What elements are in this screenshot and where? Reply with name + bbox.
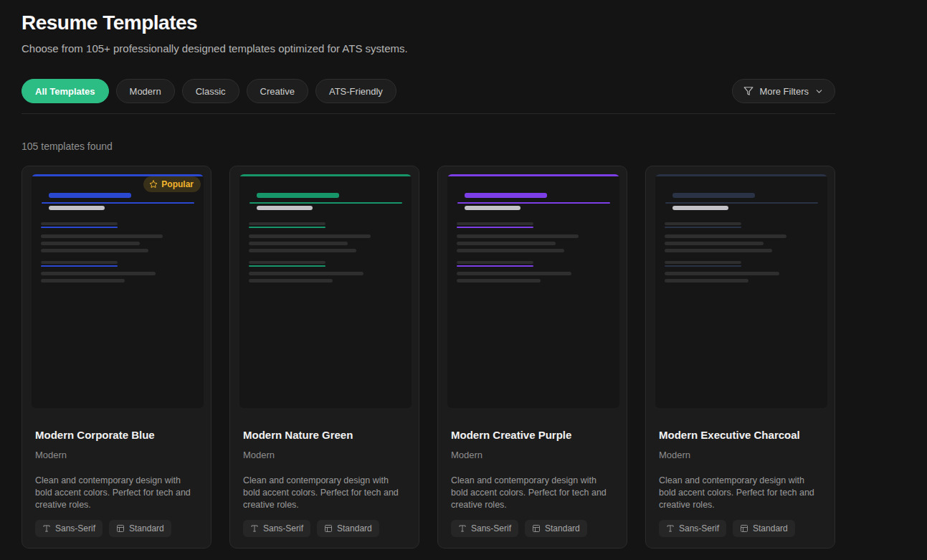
template-preview xyxy=(438,166,627,411)
placeholder-section-title xyxy=(665,261,741,264)
layout-tag-label: Standard xyxy=(753,523,788,533)
filter-funnel-icon xyxy=(743,86,754,96)
placeholder-section-title xyxy=(665,222,741,225)
template-category: Modern xyxy=(35,450,198,461)
placeholder-name-bar xyxy=(672,193,755,198)
resume-preview-sheet xyxy=(239,174,412,408)
placeholder-line xyxy=(457,279,541,283)
placeholder-line xyxy=(665,242,764,245)
chevron-down-icon xyxy=(814,87,824,96)
placeholder-section-rule xyxy=(457,227,533,228)
template-card-modern-creative-purple[interactable]: Modern Creative Purple Modern Clean and … xyxy=(437,166,627,549)
template-tags: Sans-Serif Standard xyxy=(451,520,614,537)
layout-tag-label: Standard xyxy=(129,523,164,533)
font-tag: Sans-Serif xyxy=(451,520,518,537)
layout-icon xyxy=(740,524,748,533)
page-title: Resume Templates xyxy=(22,0,835,34)
placeholder-line xyxy=(41,234,163,238)
filter-pill-all-templates[interactable]: All Templates xyxy=(22,79,109,103)
placeholder-section-rule xyxy=(41,227,118,228)
placeholder-section-title xyxy=(249,222,325,225)
template-card-modern-nature-green[interactable]: Modern Nature Green Modern Clean and con… xyxy=(229,166,419,549)
placeholder-section-rule xyxy=(457,265,533,267)
template-title: Modern Executive Charcoal xyxy=(659,428,822,442)
template-info: Modern Executive Charcoal Modern Clean a… xyxy=(646,411,835,549)
filter-bar: All Templates Modern Classic Creative AT… xyxy=(22,79,835,103)
font-tag-label: Sans-Serif xyxy=(55,523,95,533)
template-description: Clean and contemporary design with bold … xyxy=(35,475,196,511)
filter-pill-ats-friendly[interactable]: ATS-Friendly xyxy=(315,79,396,103)
placeholder-line xyxy=(249,272,363,275)
layout-tag-label: Standard xyxy=(545,523,580,533)
resume-preview-sheet xyxy=(32,174,204,408)
more-filters-button[interactable]: More Filters xyxy=(732,79,835,103)
template-info: Modern Creative Purple Modern Clean and … xyxy=(438,411,627,549)
template-card-modern-executive-charcoal[interactable]: Modern Executive Charcoal Modern Clean a… xyxy=(645,166,835,549)
template-category: Modern xyxy=(451,450,614,461)
layout-tag-label: Standard xyxy=(337,523,372,533)
type-icon xyxy=(666,524,675,533)
font-tag-label: Sans-Serif xyxy=(263,523,303,533)
layout-icon xyxy=(324,524,333,533)
templates-grid: Popular xyxy=(22,166,835,549)
type-icon xyxy=(458,524,467,533)
placeholder-line xyxy=(41,279,125,283)
placeholder-name-bar xyxy=(257,193,339,198)
resume-templates-page: Resume Templates Choose from 105+ profes… xyxy=(22,0,835,549)
placeholder-header-rule xyxy=(457,202,610,204)
star-icon xyxy=(149,180,158,189)
divider xyxy=(22,113,835,114)
accent-top-rule xyxy=(447,174,619,176)
placeholder-section-title xyxy=(457,261,533,264)
filter-pill-creative[interactable]: Creative xyxy=(247,79,308,103)
filter-pill-classic[interactable]: Classic xyxy=(182,79,239,103)
template-info: Modern Corporate Blue Modern Clean and c… xyxy=(22,411,211,549)
page-subtitle: Choose from 105+ professionally designed… xyxy=(22,42,835,55)
template-preview xyxy=(230,166,419,411)
template-category: Modern xyxy=(659,450,822,461)
template-category: Modern xyxy=(243,450,406,461)
template-description: Clean and contemporary design with bold … xyxy=(451,475,612,511)
placeholder-subtitle-bar xyxy=(465,206,520,210)
placeholder-section-title xyxy=(457,222,533,225)
placeholder-line xyxy=(665,272,779,275)
font-tag: Sans-Serif xyxy=(35,520,103,537)
accent-top-rule xyxy=(655,174,827,176)
template-title: Modern Creative Purple xyxy=(451,428,614,442)
placeholder-section-rule xyxy=(665,265,741,267)
layout-tag: Standard xyxy=(733,520,795,537)
font-tag: Sans-Serif xyxy=(659,520,726,537)
template-title: Modern Nature Green xyxy=(243,428,406,442)
layout-tag: Standard xyxy=(525,520,587,537)
template-tags: Sans-Serif Standard xyxy=(659,520,822,537)
layout-tag: Standard xyxy=(317,520,379,537)
accent-top-rule xyxy=(239,174,412,176)
filter-pill-modern[interactable]: Modern xyxy=(116,79,175,103)
template-preview: Popular xyxy=(22,166,211,411)
placeholder-line xyxy=(41,249,148,252)
font-tag-label: Sans-Serif xyxy=(471,523,511,533)
template-tags: Sans-Serif Standard xyxy=(243,520,406,537)
placeholder-section-rule xyxy=(665,227,741,228)
placeholder-header-rule xyxy=(665,202,818,204)
template-tags: Sans-Serif Standard xyxy=(35,520,198,537)
results-count: 105 templates found xyxy=(22,141,835,153)
layout-icon xyxy=(116,524,125,533)
placeholder-section-rule xyxy=(41,265,118,267)
placeholder-line xyxy=(249,242,348,245)
placeholder-line xyxy=(41,272,156,275)
layout-tag: Standard xyxy=(109,520,171,537)
template-card-modern-corporate-blue[interactable]: Popular xyxy=(22,166,211,549)
placeholder-line xyxy=(41,242,140,245)
type-icon xyxy=(250,524,259,533)
template-preview xyxy=(646,166,835,411)
resume-preview-sheet xyxy=(655,174,827,408)
template-description: Clean and contemporary design with bold … xyxy=(243,475,404,511)
placeholder-subtitle-bar xyxy=(672,206,728,210)
template-info: Modern Nature Green Modern Clean and con… xyxy=(230,411,419,549)
placeholder-section-rule xyxy=(249,265,325,267)
placeholder-header-rule xyxy=(42,202,194,204)
placeholder-subtitle-bar xyxy=(257,206,313,210)
placeholder-line xyxy=(457,249,564,252)
type-icon xyxy=(42,524,51,533)
